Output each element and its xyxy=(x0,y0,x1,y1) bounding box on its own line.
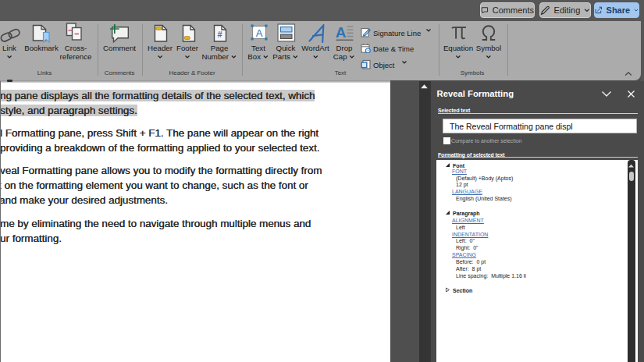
svg-text:#: # xyxy=(217,30,222,39)
svg-text:A: A xyxy=(336,24,347,41)
svg-text:A: A xyxy=(256,27,263,39)
